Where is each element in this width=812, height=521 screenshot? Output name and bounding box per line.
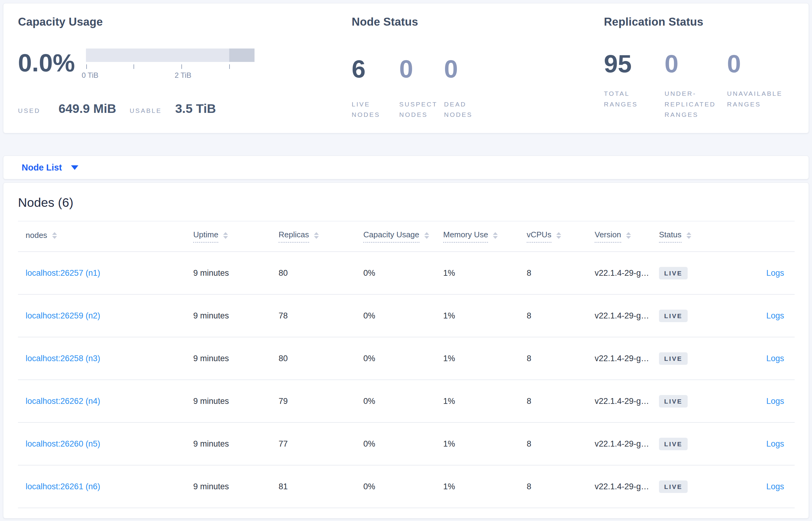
column-header-memory-use[interactable]: Memory Use — [435, 221, 519, 252]
column-header-label[interactable]: Replicas — [279, 230, 309, 243]
version-cell: v22.1.4-29-g… — [587, 337, 651, 380]
view-selector-bar: Node List — [3, 156, 809, 179]
column-header-nodes[interactable]: nodes — [18, 221, 186, 252]
logs-link[interactable]: Logs — [766, 354, 784, 363]
version-cell: v22.1.4-29-g… — [587, 252, 651, 294]
sort-icon[interactable] — [556, 232, 561, 239]
node-link[interactable]: localhost:26261 (n6) — [26, 482, 100, 491]
column-header-version[interactable]: Version — [587, 221, 651, 252]
column-header-label[interactable]: Capacity Usage — [363, 230, 420, 243]
logs-link[interactable]: Logs — [766, 268, 784, 277]
uptime-cell: 9 minutes — [186, 337, 271, 380]
table-header-row: nodes Uptime Replicas Capacity Usage Mem… — [18, 221, 795, 252]
column-header-label[interactable]: Memory Use — [443, 230, 488, 243]
logs-link[interactable]: Logs — [766, 311, 784, 320]
nodes-table-card: Nodes (6) nodes Uptime Replicas Capacity… — [3, 182, 809, 519]
unavailable-ranges-count: 0 — [727, 51, 741, 76]
suspect-nodes-label: SUSPECT NODES — [399, 99, 440, 120]
table-row: localhost:26257 (n1) 9 minutes 80 0% 1% … — [18, 252, 795, 294]
capacity-bar-reserved-segment — [229, 48, 255, 62]
version-cell: v22.1.4-29-g… — [587, 423, 651, 465]
column-header-uptime[interactable]: Uptime — [186, 221, 271, 252]
column-header-status[interactable]: Status — [651, 221, 759, 252]
node-link[interactable]: localhost:26260 (n5) — [26, 439, 100, 448]
logs-link[interactable]: Logs — [766, 397, 784, 406]
status-badge: LIVE — [659, 395, 688, 408]
unavailable-ranges-label: UNAVAILABLE RANGES — [727, 88, 783, 110]
capacity-usage-section: Capacity Usage 0.0% 0 TiB 2 TiB USED 649… — [18, 16, 352, 120]
dead-nodes-label: DEAD NODES — [444, 99, 485, 120]
status-badge: LIVE — [659, 438, 688, 450]
replication-status-section: Replication Status 95 0 0 TOTAL RANGES U… — [604, 16, 794, 120]
uptime-cell: 9 minutes — [186, 380, 271, 423]
replicas-cell: 80 — [271, 337, 356, 380]
column-header-logs — [759, 221, 795, 252]
axis-tick — [181, 64, 182, 69]
replicas-cell: 77 — [271, 423, 356, 465]
capacity-cell: 0% — [356, 380, 435, 423]
table-row: localhost:26259 (n2) 9 minutes 78 0% 1% … — [18, 294, 795, 337]
sort-icon[interactable] — [223, 232, 228, 239]
column-header-label[interactable]: vCPUs — [527, 230, 551, 243]
axis-tick — [229, 64, 230, 69]
memory-cell: 1% — [435, 380, 519, 423]
sort-icon[interactable] — [314, 232, 319, 239]
vcpus-cell: 8 — [519, 465, 587, 508]
capacity-cell: 0% — [356, 423, 435, 465]
node-link[interactable]: localhost:26262 (n4) — [26, 397, 100, 406]
under-replicated-ranges-label: UNDER-REPLICATED RANGES — [665, 88, 721, 120]
version-cell: v22.1.4-29-g… — [587, 294, 651, 337]
replication-status-title: Replication Status — [604, 16, 794, 28]
live-nodes-label: LIVE NODES — [352, 99, 393, 120]
capacity-cell: 0% — [356, 337, 435, 380]
used-label: USED — [18, 106, 58, 116]
used-value: 649.9 MiB — [58, 101, 116, 116]
nodes-table-body: localhost:26257 (n1) 9 minutes 80 0% 1% … — [18, 252, 795, 508]
node-link[interactable]: localhost:26259 (n2) — [26, 311, 100, 320]
column-header-label[interactable]: Uptime — [193, 230, 218, 243]
axis-tick-label-2: 2 TiB — [175, 71, 191, 80]
uptime-cell: 9 minutes — [186, 465, 271, 508]
usable-value: 3.5 TiB — [175, 101, 216, 116]
live-nodes-count: 6 — [352, 56, 399, 82]
replicas-cell: 78 — [271, 294, 356, 337]
sort-icon[interactable] — [493, 232, 498, 239]
column-header-replicas[interactable]: Replicas — [271, 221, 356, 252]
column-header-label[interactable]: nodes — [26, 231, 47, 243]
sort-icon[interactable] — [626, 232, 631, 239]
table-row: localhost:26258 (n3) 9 minutes 80 0% 1% … — [18, 337, 795, 380]
capacity-bar-track — [86, 48, 255, 62]
dead-nodes-count: 0 — [444, 56, 458, 82]
replicas-cell: 81 — [271, 465, 356, 508]
memory-cell: 1% — [435, 294, 519, 337]
column-header-label[interactable]: Status — [659, 230, 682, 243]
vcpus-cell: 8 — [519, 337, 587, 380]
uptime-cell: 9 minutes — [186, 423, 271, 465]
table-row: localhost:26261 (n6) 9 minutes 81 0% 1% … — [18, 465, 795, 508]
capacity-cell: 0% — [356, 294, 435, 337]
suspect-nodes-count: 0 — [399, 56, 444, 82]
column-header-label[interactable]: Version — [595, 230, 621, 243]
memory-cell: 1% — [435, 465, 519, 508]
vcpus-cell: 8 — [519, 380, 587, 423]
sort-icon[interactable] — [52, 232, 57, 239]
sort-icon[interactable] — [424, 232, 429, 239]
cluster-summary-panel: Capacity Usage 0.0% 0 TiB 2 TiB USED 649… — [3, 3, 809, 133]
node-link[interactable]: localhost:26257 (n1) — [26, 268, 100, 277]
version-cell: v22.1.4-29-g… — [587, 380, 651, 423]
capacity-usage-title: Capacity Usage — [18, 16, 352, 28]
node-link[interactable]: localhost:26258 (n3) — [26, 354, 100, 363]
under-replicated-ranges-count: 0 — [665, 51, 727, 76]
capacity-used-percent: 0.0% — [18, 50, 75, 75]
memory-cell: 1% — [435, 423, 519, 465]
node-list-dropdown[interactable]: Node List — [22, 163, 78, 173]
sort-icon[interactable] — [687, 232, 691, 239]
version-cell: v22.1.4-29-g… — [587, 465, 651, 508]
logs-link[interactable]: Logs — [766, 439, 784, 448]
memory-cell: 1% — [435, 337, 519, 380]
column-header-capacity-usage[interactable]: Capacity Usage — [356, 221, 435, 252]
axis-tick — [134, 64, 134, 69]
logs-link[interactable]: Logs — [766, 482, 784, 491]
node-list-dropdown-label[interactable]: Node List — [22, 163, 62, 173]
column-header-vcpus[interactable]: vCPUs — [519, 221, 587, 252]
